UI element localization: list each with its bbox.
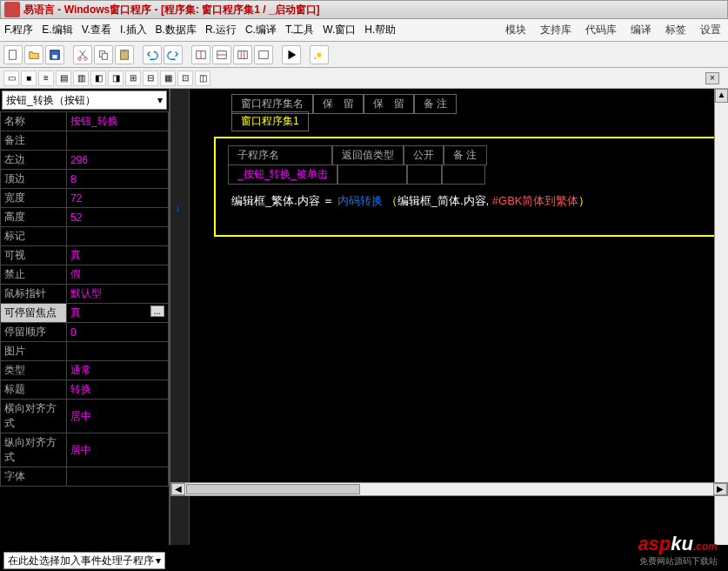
rmenu-module[interactable]: 模块 — [498, 20, 533, 40]
t2-12[interactable]: ◫ — [195, 71, 210, 86]
prop-row-4[interactable]: 宽度72 — [1, 189, 169, 208]
scrollbar-horizontal[interactable]: ◀ ▶ — [170, 482, 728, 496]
prop-value[interactable] — [67, 467, 169, 487]
prop-value[interactable]: 按钮_转换 — [67, 112, 169, 131]
sub-row[interactable]: _按钮_转换_被单击 — [228, 165, 707, 185]
object-combo[interactable]: 按钮_转换（按钮） ▾ — [2, 91, 167, 110]
menu-run[interactable]: R.运行 — [201, 20, 241, 40]
code-arg: 编辑框_简体.内容, — [397, 194, 492, 207]
copy-icon[interactable] — [94, 45, 113, 64]
scroll-left-icon[interactable]: ◀ — [171, 483, 185, 495]
prop-row-17[interactable]: 字体 — [1, 467, 169, 487]
t2-8[interactable]: ⊞ — [125, 71, 141, 86]
scroll-up-icon[interactable]: ▲ — [715, 89, 728, 103]
t2-3[interactable]: ≡ — [38, 71, 54, 86]
prop-row-16[interactable]: 纵向对齐方式居中 — [1, 433, 169, 467]
menu-tools[interactable]: T.工具 — [281, 20, 318, 40]
prop-value[interactable]: 通常 — [67, 361, 169, 380]
open-icon[interactable] — [24, 45, 43, 64]
t2-11[interactable]: ⊡ — [177, 71, 193, 86]
paste-icon[interactable] — [115, 45, 134, 64]
prop-row-6[interactable]: 标记 — [1, 227, 169, 246]
rmenu-codelib[interactable]: 代码库 — [578, 20, 624, 40]
t2-7[interactable]: ◨ — [108, 71, 124, 86]
code-editor[interactable]: ↓ 窗口程序集名 保 留 保 留 备 注 窗口程序集1 子程序名 返回值类型 公… — [170, 89, 728, 545]
t2-6[interactable]: ◧ — [90, 71, 106, 86]
prop-row-2[interactable]: 左边296 — [1, 151, 169, 170]
t2-4[interactable]: ▤ — [56, 71, 71, 86]
prop-value[interactable]: 居中 — [67, 400, 169, 433]
prop-value[interactable] — [67, 342, 169, 361]
cut-icon[interactable] — [73, 45, 92, 64]
prop-value[interactable]: 转换 — [67, 380, 169, 400]
prop-value[interactable]: 296 — [67, 151, 169, 170]
layout1-icon[interactable] — [191, 45, 210, 64]
prop-row-14[interactable]: 标题转换 — [1, 380, 169, 400]
code-block: 子程序名 返回值类型 公开 备 注 _按钮_转换_被单击 编辑框_繁体.内容 ＝… — [214, 137, 721, 237]
prop-value[interactable]: 0 — [67, 323, 169, 342]
prop-value[interactable]: 假 — [67, 265, 169, 285]
property-grid[interactable]: 名称按钮_转换备注左边296顶边8宽度72高度52标记可视真禁止假鼠标指针默认型… — [0, 111, 169, 545]
layout3-icon[interactable] — [233, 45, 252, 64]
menu-db[interactable]: B.数据库 — [151, 20, 201, 40]
prop-row-5[interactable]: 高度52 — [1, 208, 169, 227]
prop-row-3[interactable]: 顶边8 — [1, 170, 169, 189]
menu-program[interactable]: F.程序 — [0, 20, 37, 40]
rmenu-compile[interactable]: 编译 — [624, 20, 658, 40]
rmenu-set[interactable]: 设置 — [693, 20, 728, 40]
prop-row-0[interactable]: 名称按钮_转换 — [1, 112, 169, 131]
prop-value[interactable]: 72 — [67, 189, 169, 208]
prop-value[interactable] — [67, 131, 169, 151]
t2-9[interactable]: ⊟ — [143, 71, 158, 86]
scroll-right-icon[interactable]: ▶ — [713, 483, 727, 495]
menu-help[interactable]: H.帮助 — [360, 20, 400, 40]
scrollbar-vertical[interactable]: ▲ — [714, 89, 728, 545]
watermark: aspku.com 免费网站源码下载站 — [638, 533, 718, 568]
t2-2[interactable]: ■ — [21, 71, 37, 86]
layout2-icon[interactable] — [212, 45, 231, 64]
scroll-thumb[interactable] — [186, 484, 360, 494]
new-icon[interactable] — [3, 45, 23, 64]
prop-row-11[interactable]: 停留顺序0 — [1, 323, 169, 342]
rmenu-tag[interactable]: 标签 — [658, 20, 693, 40]
code-line[interactable]: 编辑框_繁体.内容 ＝ 内码转换 （编辑框_简体.内容, #GBK简体到繁体） — [228, 193, 707, 209]
prop-row-1[interactable]: 备注 — [1, 131, 169, 151]
undo-icon[interactable] — [143, 45, 162, 64]
menu-window[interactable]: W.窗口 — [318, 20, 360, 40]
menu-insert[interactable]: I.插入 — [116, 20, 151, 40]
t2-1[interactable]: ▭ — [3, 71, 19, 86]
prop-row-13[interactable]: 类型通常 — [1, 361, 169, 380]
prop-value[interactable]: 默认型 — [67, 285, 169, 304]
prop-value[interactable]: 真... — [67, 304, 169, 323]
prop-row-7[interactable]: 可视真 — [1, 246, 169, 265]
tool-icon[interactable] — [310, 45, 329, 64]
svg-rect-2 — [52, 55, 57, 58]
layout4-icon[interactable] — [254, 45, 273, 64]
menu-edit[interactable]: E.编辑 — [37, 20, 77, 40]
prop-edit-button[interactable]: ... — [150, 306, 164, 317]
event-combo-text: 在此处选择加入事件处理子程序 — [8, 554, 154, 568]
prop-row-8[interactable]: 禁止假 — [1, 265, 169, 285]
menu-view[interactable]: V.查看 — [77, 20, 116, 40]
event-combo[interactable]: 在此处选择加入事件处理子程序 ▾ — [3, 552, 165, 569]
prop-key: 备注 — [1, 131, 67, 151]
t2-10[interactable]: ▦ — [160, 71, 176, 86]
prop-row-10[interactable]: 可停留焦点真... — [1, 304, 169, 323]
prop-value[interactable]: 8 — [67, 170, 169, 189]
redo-icon[interactable] — [164, 45, 183, 64]
t2-5[interactable]: ▥ — [73, 71, 89, 86]
prop-value[interactable]: 52 — [67, 208, 169, 227]
prop-value[interactable]: 真 — [67, 246, 169, 265]
module-name[interactable]: 窗口程序集1 — [231, 111, 309, 131]
panel-close-icon[interactable]: × — [705, 72, 719, 84]
prop-value[interactable]: 居中 — [67, 433, 169, 467]
rmenu-lib[interactable]: 支持库 — [533, 20, 578, 40]
prop-value[interactable] — [67, 227, 169, 246]
prop-row-15[interactable]: 横向对齐方式居中 — [1, 400, 169, 433]
save-icon[interactable] — [45, 45, 64, 64]
menu-compile[interactable]: C.编译 — [241, 20, 281, 40]
prop-row-12[interactable]: 图片 — [1, 342, 169, 361]
prop-key: 宽度 — [1, 189, 67, 208]
prop-row-9[interactable]: 鼠标指针默认型 — [1, 285, 169, 304]
run-icon[interactable] — [282, 45, 301, 64]
